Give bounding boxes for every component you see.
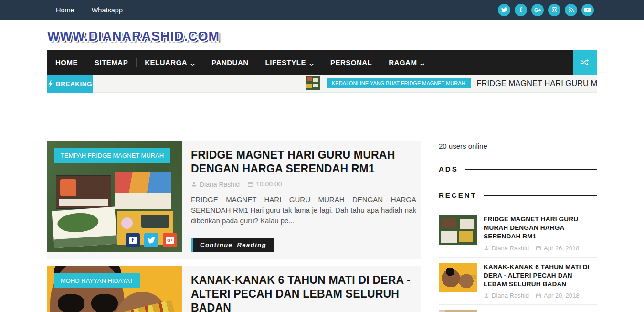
nav-item-sitemap[interactable]: SITEMAP (86, 50, 136, 75)
nav-item-keluarga[interactable]: KELUARGA (137, 50, 203, 75)
lightning-bolt-icon (48, 80, 53, 87)
breaking-ticker: KEDAI ONLINE YANG BUAT FRIDGE MAGNET MUR… (93, 75, 597, 93)
youtube-icon[interactable] (581, 4, 594, 16)
shuffle-icon (580, 57, 590, 68)
twitter-icon (148, 237, 155, 244)
top-bar: Home Whatsapp f G+ (0, 0, 644, 20)
post-meta: Diana Rashid 10:00:00 (191, 180, 416, 188)
recent-post-meta: Diana Rashid Apr 26, 2018 (484, 245, 597, 252)
breaking-news-bar: BREAKING KEDAI ONLINE YANG BUAT FRIDGE M… (47, 75, 597, 93)
recent-post-item: KANAK-KANAK 6 TAHUN MATI DI DERA - ALTER… (439, 258, 597, 305)
calendar-icon (536, 245, 541, 251)
google-plus-icon: G+ (166, 237, 174, 244)
post-title[interactable]: FRIDGE MAGNET HARI GURU MURAH DENGAN HAR… (191, 148, 416, 176)
facebook-icon[interactable]: f (515, 4, 527, 16)
post-image[interactable]: TEMPAH FRIDGE MAGNET MURAH f G+ (47, 141, 182, 252)
post-card: MOHD RAYYAN HIDAYAT KANAK-KANAK 6 TAHUN … (47, 266, 421, 312)
chevron-down-icon (309, 60, 314, 65)
recent-post-date: Apr 26, 2018 (544, 245, 579, 252)
post-category-label[interactable]: TEMPAH FRIDGE MAGNET MURAH (54, 148, 170, 163)
continue-reading-button[interactable]: Continue Reading (191, 238, 274, 252)
recent-post-meta: Diana Rashid Apr 20, 2018 (484, 292, 597, 299)
social-icon-bar: f G+ (498, 4, 597, 16)
post-card: TEMPAH FRIDGE MAGNET MURAH f G+ FRIDGE M… (47, 141, 421, 259)
ticker-headline[interactable]: FRIDGE MAGNET HARI GURU MURAH DENGAN (477, 79, 597, 88)
instagram-icon[interactable] (548, 4, 560, 16)
post-category-label[interactable]: MOHD RAYYAN HIDAYAT (54, 273, 140, 288)
post-title[interactable]: KANAK-KANAK 6 TAHUN MATI DI DERA - ALTER… (191, 273, 412, 312)
chevron-down-icon (190, 60, 195, 65)
header: WWW.DIANARASHID.COM (0, 20, 644, 50)
site-logo[interactable]: WWW.DIANARASHID.COM (47, 29, 220, 44)
chevron-down-icon (420, 60, 424, 65)
recent-post-thumbnail[interactable] (439, 263, 477, 292)
post-author[interactable]: Diana Rashid (200, 181, 240, 188)
facebook-share-button[interactable]: f (126, 233, 140, 247)
recent-post-date: Apr 20, 2018 (544, 292, 579, 299)
google-plus-icon[interactable]: G+ (531, 4, 544, 16)
post-excerpt: FRIDGE MAGNET HARI GURU MURAH DENGAN HAR… (191, 194, 416, 226)
nav-item-lifestyle[interactable]: LIFESTYLE (257, 50, 322, 75)
topbar-link-whatsapp[interactable]: Whatsapp (83, 0, 131, 20)
recent-post-title[interactable]: RESEPI NASI GORENG KAMPUNG YANG SANGAT S… (484, 310, 597, 312)
recent-post-title[interactable]: KANAK-KANAK 6 TAHUN MATI DI DERA - ALTER… (484, 263, 597, 289)
author-icon (484, 245, 489, 251)
topbar-link-home[interactable]: Home (47, 0, 83, 20)
recent-post-author: Diana Rashid (492, 245, 529, 252)
rss-icon[interactable] (565, 4, 577, 16)
recent-post-thumbnail[interactable] (439, 310, 477, 312)
main-content: TEMPAH FRIDGE MAGNET MURAH f G+ FRIDGE M… (47, 141, 597, 312)
users-online-counter: 20 users online (439, 142, 597, 150)
facebook-icon: f (129, 237, 137, 244)
author-icon (484, 293, 489, 299)
calendar-icon (247, 181, 253, 187)
recent-post-author: Diana Rashid (492, 292, 529, 299)
calendar-icon (536, 293, 541, 299)
nav-item-home[interactable]: HOME (47, 50, 86, 75)
google-plus-share-button[interactable]: G+ (163, 233, 177, 247)
recent-post-item: FRIDGE MAGNET HARI GURU MURAH DENGAN HAR… (439, 210, 597, 258)
ads-widget-title: ADS (439, 165, 597, 173)
recent-widget-title: RECENT (439, 191, 597, 199)
post-image[interactable]: MOHD RAYYAN HIDAYAT (47, 266, 182, 312)
recent-post-item: RESEPI NASI GORENG KAMPUNG YANG SANGAT S… (439, 305, 597, 312)
ticker-thumbnail[interactable] (306, 76, 320, 90)
recent-post-thumbnail[interactable] (439, 215, 477, 245)
nav-item-ragam[interactable]: RAGAM (380, 50, 433, 75)
breaking-label: BREAKING (47, 75, 93, 93)
author-icon (191, 181, 197, 187)
post-time[interactable]: 10:00:00 (256, 180, 282, 188)
topbar-links: Home Whatsapp (47, 0, 131, 20)
ticker-category-badge[interactable]: KEDAI ONLINE YANG BUAT FRIDGE MAGNET MUR… (327, 78, 471, 88)
recent-post-title[interactable]: FRIDGE MAGNET HARI GURU MURAH DENGAN HAR… (484, 215, 597, 241)
twitter-icon[interactable] (498, 4, 510, 16)
twitter-share-button[interactable] (144, 233, 158, 247)
nav-item-panduan[interactable]: PANDUAN (203, 50, 256, 75)
recent-posts-list: FRIDGE MAGNET HARI GURU MURAH DENGAN HAR… (439, 210, 597, 312)
sidebar: 20 users online ADS RECENT FRIDGE MAGNET… (439, 141, 597, 312)
nav-item-personal[interactable]: PERSONAL (322, 50, 380, 75)
random-post-button[interactable] (573, 50, 597, 75)
share-buttons: f G+ (126, 233, 177, 247)
main-nav: HOME SITEMAP KELUARGA PANDUAN LIFESTYLE … (47, 50, 597, 75)
